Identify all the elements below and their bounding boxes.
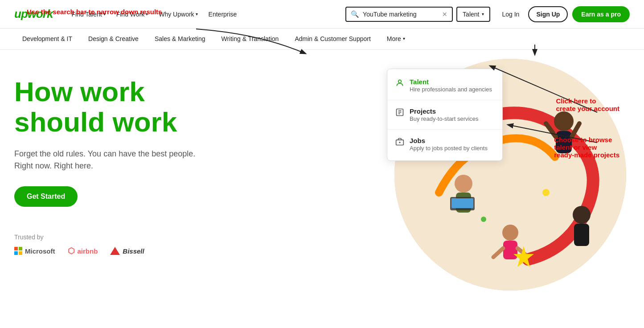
login-button[interactable]: Log In bbox=[497, 7, 524, 21]
talent-dropdown-button[interactable]: Talent ▾ bbox=[456, 7, 490, 22]
main-content: How work should work Forget the old rule… bbox=[0, 50, 644, 274]
clear-search-icon[interactable]: ✕ bbox=[442, 11, 447, 18]
search-icon: 🔍 bbox=[351, 10, 359, 18]
upwork-logo[interactable]: upwork bbox=[14, 7, 53, 21]
airbnb-icon: ⬡ bbox=[68, 246, 75, 256]
search-box: 🔍 ✕ bbox=[345, 7, 453, 22]
search-area: 🔍 ✕ Talent ▾ bbox=[345, 7, 490, 22]
chevron-down-icon: ▾ bbox=[196, 12, 198, 16]
nav-find-talent[interactable]: Find Talent ▾ bbox=[67, 7, 110, 21]
svg-rect-19 bbox=[574, 224, 589, 246]
hero-subtitle: Forget the old rules. You can have the b… bbox=[14, 148, 246, 172]
dropdown-projects-title: Projects bbox=[410, 107, 479, 115]
dropdown-talent-subtitle: Hire professionals and agencies bbox=[410, 86, 492, 93]
cat-more[interactable]: More ▾ bbox=[379, 29, 413, 50]
dropdown-talent-item[interactable]: Talent Hire professionals and agencies bbox=[387, 73, 502, 98]
header: upwork Find Talent ▾ Find Work ▾ Why Upw… bbox=[0, 0, 644, 29]
dropdown-divider-2 bbox=[387, 129, 502, 130]
hero-title: How work should work bbox=[14, 77, 264, 137]
microsoft-logo: Microsoft bbox=[14, 247, 55, 255]
dropdown-projects-subtitle: Buy ready-to-start services bbox=[410, 115, 479, 122]
chevron-down-icon: ▾ bbox=[146, 12, 148, 16]
nav-find-work[interactable]: Find Work ▾ bbox=[112, 7, 153, 21]
dropdown-jobs-item[interactable]: Jobs Apply to jobs posted by clients bbox=[387, 131, 502, 157]
search-type-dropdown: Talent Hire professionals and agencies P… bbox=[387, 69, 503, 161]
svg-point-0 bbox=[398, 80, 402, 83]
dropdown-jobs-subtitle: Apply to jobs posted by clients bbox=[410, 145, 488, 152]
projects-icon bbox=[395, 108, 404, 119]
svg-rect-15 bbox=[503, 241, 517, 259]
signup-button[interactable]: Sign Up bbox=[528, 6, 568, 22]
cat-sales[interactable]: Sales & Marketing bbox=[147, 29, 213, 50]
cat-design[interactable]: Design & Creative bbox=[80, 29, 147, 50]
svg-point-23 bbox=[542, 189, 550, 196]
dropdown-jobs-title: Jobs bbox=[410, 137, 488, 144]
bissell-logo: Bissell bbox=[110, 247, 144, 255]
svg-point-24 bbox=[481, 217, 486, 222]
nav-why-upwork[interactable]: Why Upwork ▾ bbox=[154, 7, 202, 21]
main-nav: Find Talent ▾ Find Work ▾ Why Upwork ▾ E… bbox=[67, 7, 241, 21]
svg-point-10 bbox=[455, 175, 472, 193]
earn-as-pro-button[interactable]: Earn as a pro bbox=[572, 6, 630, 22]
get-started-button[interactable]: Get Started bbox=[14, 186, 78, 207]
svg-point-18 bbox=[573, 206, 591, 224]
airbnb-logo: ⬡ airbnb bbox=[68, 246, 98, 256]
cat-development[interactable]: Development & IT bbox=[14, 29, 80, 50]
jobs-icon bbox=[395, 137, 404, 148]
chevron-down-icon: ▾ bbox=[482, 12, 484, 16]
header-actions: Log In Sign Up Earn as a pro bbox=[497, 6, 630, 22]
search-input[interactable] bbox=[363, 11, 439, 18]
dropdown-projects-item[interactable]: Projects Buy ready-to-start services bbox=[387, 102, 502, 127]
cat-writing[interactable]: Writing & Translation bbox=[213, 29, 287, 50]
chevron-down-icon: ▾ bbox=[103, 12, 106, 16]
svg-point-14 bbox=[502, 225, 518, 241]
cat-admin[interactable]: Admin & Customer Support bbox=[287, 29, 378, 50]
svg-rect-13 bbox=[451, 198, 473, 208]
bissell-icon bbox=[110, 247, 120, 255]
talent-icon bbox=[395, 78, 404, 90]
dropdown-talent-title: Talent bbox=[410, 78, 492, 86]
nav-enterprise[interactable]: Enterprise bbox=[204, 7, 242, 21]
svg-rect-7 bbox=[556, 131, 572, 153]
microsoft-icon bbox=[14, 247, 22, 255]
dropdown-divider bbox=[387, 100, 502, 100]
category-nav: Development & IT Design & Creative Sales… bbox=[0, 29, 644, 50]
chevron-down-icon: ▾ bbox=[403, 36, 405, 41]
svg-point-6 bbox=[554, 111, 574, 131]
